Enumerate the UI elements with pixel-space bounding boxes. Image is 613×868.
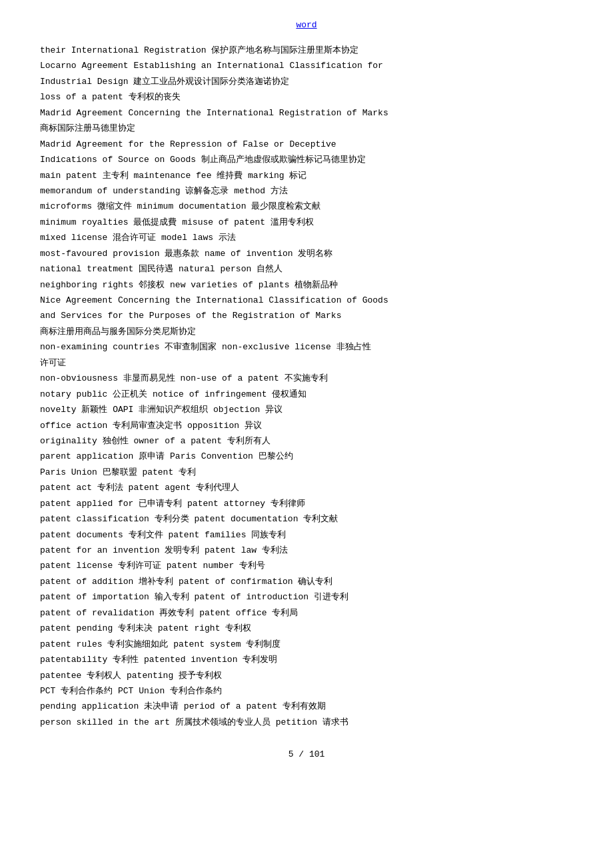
content-line-38: patent rules 专利实施细如此 patent system 专利制度 [40, 637, 573, 651]
content-line-2: Industrial Design 建立工业品外观设计国际分类洛迦诺协定 [40, 75, 573, 89]
content-line-8: main patent 主专利 maintenance fee 维持費 mark… [40, 169, 573, 183]
content-line-11: minimum royalties 最低提成費 misuse of patent… [40, 215, 573, 229]
content-line-14: national treatment 国民待遇 natural person 自… [40, 262, 573, 276]
content-line-41: PCT 专利合作条约 PCT Union 专利合作条约 [40, 684, 573, 698]
content-line-20: 许可证 [40, 356, 573, 370]
content-line-6: Madrid Agreement for the Repression of F… [40, 137, 573, 151]
content-line-28: patent act 专利法 patent agent 专利代理人 [40, 481, 573, 495]
content-line-18: 商标注册用商品与服务国际分类尼斯协定 [40, 325, 573, 339]
content-line-37: patent pending 专利未决 patent right 专利权 [40, 621, 573, 635]
main-content: their International Registration 保护原产地名称… [40, 43, 573, 729]
content-line-27: Paris Union 巴黎联盟 patent 专利 [40, 465, 573, 479]
content-line-33: patent license 专利许可证 patent number 专利号 [40, 559, 573, 573]
content-line-39: patentability 专利性 patented invention 专利发… [40, 653, 573, 667]
content-line-4: Madrid Agreement Concerning the Internat… [40, 106, 573, 120]
page-number: 5 / 101 [289, 749, 325, 759]
content-line-17: and Services for the Purposes of the Reg… [40, 309, 573, 323]
content-line-0: their International Registration 保护原产地名称… [40, 43, 573, 57]
content-line-31: patent documents 专利文件 patent families 同族… [40, 528, 573, 542]
content-line-3: loss of a patent 专利权的丧失 [40, 90, 573, 104]
content-line-15: neighboring rights 邻接权 new varieties of … [40, 278, 573, 292]
content-line-9: memorandum of understanding 谅解备忘录 method… [40, 184, 573, 198]
content-line-25: originality 独创性 owner of a patent 专利所有人 [40, 434, 573, 448]
content-line-5: 商标国际注册马德里协定 [40, 121, 573, 135]
content-line-40: patentee 专利权人 patenting 授予专利权 [40, 669, 573, 683]
content-line-19: non-examining countries 不审查制国家 non-exclu… [40, 340, 573, 354]
content-line-7: Indications of Source on Goods 制止商品产地虚假或… [40, 153, 573, 167]
content-line-26: parent application 原申请 Paris Convention … [40, 449, 573, 463]
content-line-29: patent applied for 已申请专利 patent attorney… [40, 497, 573, 511]
word-link[interactable]: word [296, 20, 316, 30]
content-line-1: Locarno Agreement Establishing an Intern… [40, 59, 573, 73]
content-line-22: notary public 公正机关 notice of infringemen… [40, 387, 573, 401]
page-footer: 5 / 101 [40, 749, 573, 759]
content-line-35: patent of importation 输入专利 patent of int… [40, 590, 573, 604]
content-line-36: patent of revalidation 再效专利 patent offic… [40, 606, 573, 620]
content-line-23: novelty 新颖性 OAPI 非洲知识产权组织 objection 异议 [40, 403, 573, 417]
content-line-12: mixed license 混合许可证 model laws 示法 [40, 231, 573, 245]
content-line-32: patent for an invention 发明专利 patent law … [40, 543, 573, 557]
content-line-10: microforms 微缩文件 minimum documentation 最少… [40, 199, 573, 213]
content-line-42: pending application 未决申请 period of a pat… [40, 699, 573, 713]
content-line-13: most-favoured provision 最惠条款 name of inv… [40, 247, 573, 261]
content-line-21: non-obviousness 非显而易见性 non-use of a pate… [40, 371, 573, 385]
content-line-16: Nice Agreement Concerning the Internatio… [40, 293, 573, 307]
content-line-34: patent of addition 增补专利 patent of confir… [40, 575, 573, 589]
page-header: word [40, 20, 573, 30]
content-line-43: person skilled in the art 所属技术领域的专业人员 pe… [40, 715, 573, 729]
content-line-30: patent classification 专利分类 patent docume… [40, 512, 573, 526]
content-line-24: office action 专利局审查决定书 opposition 异议 [40, 419, 573, 433]
